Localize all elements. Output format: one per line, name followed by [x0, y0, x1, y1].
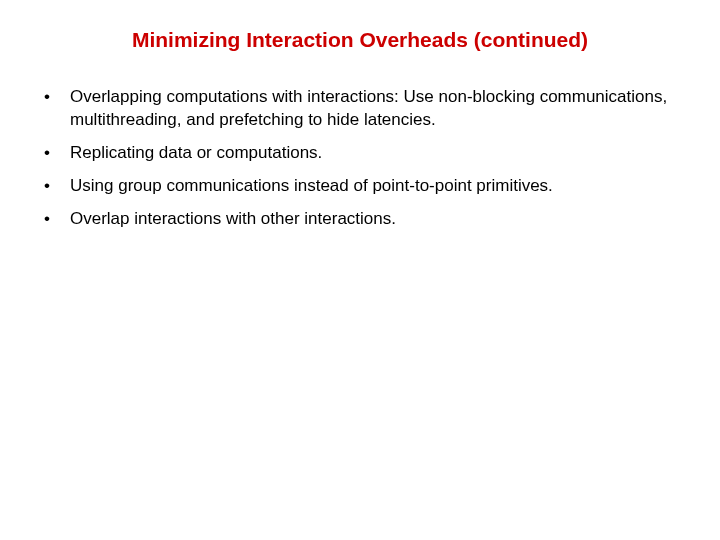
bullet-icon: • [44, 208, 70, 231]
slide-title: Minimizing Interaction Overheads (contin… [30, 28, 690, 52]
bullet-text: Overlap interactions with other interact… [70, 208, 690, 231]
list-item: • Replicating data or computations. [44, 142, 690, 165]
list-item: • Overlapping computations with interact… [44, 86, 690, 132]
bullet-text: Using group communications instead of po… [70, 175, 690, 198]
bullet-text: Replicating data or computations. [70, 142, 690, 165]
bullet-icon: • [44, 142, 70, 165]
bullet-text: Overlapping computations with interactio… [70, 86, 690, 132]
bullet-list: • Overlapping computations with interact… [30, 86, 690, 231]
bullet-icon: • [44, 175, 70, 198]
list-item: • Overlap interactions with other intera… [44, 208, 690, 231]
bullet-icon: • [44, 86, 70, 109]
list-item: • Using group communications instead of … [44, 175, 690, 198]
